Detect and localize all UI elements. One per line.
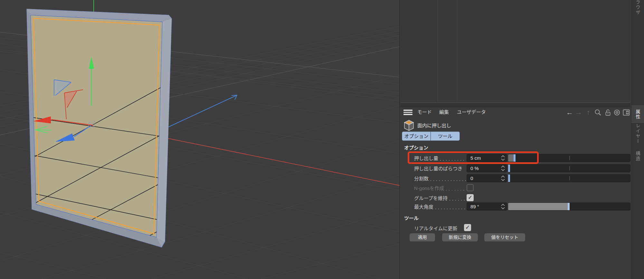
world-axis-x xyxy=(167,138,400,185)
row-extrude-variance: 押し出し量のばらつき 0 % xyxy=(400,164,630,172)
search-icon[interactable] xyxy=(594,108,602,117)
row-preserve-groups: グループを維持 ✓ xyxy=(400,194,630,202)
extrude-amount-input[interactable]: 5 cm xyxy=(467,154,507,162)
up-arrow-icon[interactable]: ↑ xyxy=(584,108,592,117)
stepper-down-icon xyxy=(501,207,505,209)
tab-options[interactable]: オプション xyxy=(402,131,431,141)
slider-center-tick xyxy=(569,166,570,170)
apply-button[interactable]: 適用 xyxy=(410,233,435,241)
panel-gap xyxy=(401,103,630,107)
slider-handle[interactable] xyxy=(508,175,510,182)
create-ngons-checkbox[interactable] xyxy=(467,184,474,191)
slider-handle[interactable] xyxy=(568,203,570,210)
section-title-options: オプション xyxy=(404,144,428,151)
value-stepper[interactable] xyxy=(501,155,505,161)
preserve-groups-checkbox[interactable]: ✓ xyxy=(467,194,474,201)
convert-new-button[interactable]: 新規に変換 xyxy=(442,233,478,241)
row-create-ngons: N-gonsを作成 xyxy=(400,184,630,192)
attribute-menubar: モード 編集 ユーザデータ ← → ↑ xyxy=(401,107,630,117)
row-label: 押し出し量のばらつき xyxy=(414,164,467,172)
stepper-up-icon xyxy=(501,176,505,177)
extrude-inner-tool-icon xyxy=(404,120,414,131)
stepper-down-icon xyxy=(501,179,505,181)
row-label: 分割数 xyxy=(414,174,467,182)
tool-title: 面内に押し出し xyxy=(417,122,451,129)
world-axis-z xyxy=(168,95,237,127)
row-label: 最大角度 xyxy=(414,203,467,211)
extrude-variance-input[interactable]: 0 % xyxy=(467,164,507,172)
slider-track[interactable] xyxy=(508,174,630,182)
slider-handle[interactable] xyxy=(514,154,516,162)
browser-panel[interactable] xyxy=(401,0,630,102)
value-stepper[interactable] xyxy=(501,166,505,171)
slider-center-tick xyxy=(569,156,570,160)
browser-column-divider xyxy=(457,0,457,102)
stepper-up-icon xyxy=(501,156,505,157)
menubar-divider-highlight xyxy=(401,117,630,118)
tab-browser-vertical[interactable]: ラウザ xyxy=(631,0,644,17)
add-panel-icon[interactable] xyxy=(622,108,630,117)
row-maximum-angle: 最大角度 89 ° xyxy=(400,203,630,211)
menu-mode[interactable]: モード xyxy=(417,108,432,115)
realtime-update-checkbox[interactable]: ✓ xyxy=(464,224,471,231)
row-extrude-amount: 押し出し量 5 cm xyxy=(400,154,630,162)
slider-track[interactable] xyxy=(508,164,630,172)
slider-track[interactable] xyxy=(508,203,630,211)
row-label: N-gonsを作成 xyxy=(414,184,467,192)
back-arrow-icon[interactable]: ← xyxy=(565,108,574,117)
tab-attributes-vertical[interactable]: 属性 xyxy=(631,105,644,123)
slider-fill xyxy=(508,154,514,162)
tab-structure-vertical[interactable]: 構造 xyxy=(631,147,644,165)
subdivisions-input[interactable]: 0 xyxy=(467,174,507,182)
panel-menu-icon[interactable] xyxy=(403,110,412,115)
section-title-tool: ツール xyxy=(404,214,419,221)
browser-column-divider xyxy=(438,0,438,102)
stepper-up-icon xyxy=(501,166,505,167)
slider-fill xyxy=(508,203,568,210)
row-label: 押し出し量 xyxy=(414,154,467,162)
plane-front-face xyxy=(31,15,162,237)
stepper-down-icon xyxy=(501,159,505,160)
panel-tab-group: オプション ツール xyxy=(402,131,460,141)
menu-userdata[interactable]: ユーザデータ xyxy=(457,108,486,115)
realtime-update-label: リアルタイムに更新 xyxy=(414,225,458,231)
row-subdivisions: 分割数 0 xyxy=(400,174,630,182)
value-stepper[interactable] xyxy=(501,176,505,181)
slider-handle[interactable] xyxy=(508,165,510,172)
maximum-angle-input[interactable]: 89 ° xyxy=(467,203,507,211)
value-stepper[interactable] xyxy=(501,204,505,209)
forward-arrow-icon[interactable]: → xyxy=(574,108,583,117)
slider-track[interactable] xyxy=(508,154,630,162)
tab-layers-vertical[interactable]: レイヤー xyxy=(631,123,644,145)
side-tab-strip: ラウザ 属性 レイヤー 構造 xyxy=(631,0,644,279)
right-panel-column: モード 編集 ユーザデータ ← → ↑ xyxy=(400,0,644,279)
stepper-up-icon xyxy=(501,204,505,206)
record-target-icon[interactable] xyxy=(613,108,621,117)
lock-icon[interactable] xyxy=(604,108,612,117)
tab-tool[interactable]: ツール xyxy=(431,131,460,141)
stepper-down-icon xyxy=(501,169,505,171)
slider-center-tick xyxy=(569,176,570,180)
application-window: モード 編集 ユーザデータ ← → ↑ xyxy=(0,0,644,279)
viewport-canvas[interactable] xyxy=(0,0,400,279)
menu-edit[interactable]: 編集 xyxy=(439,108,449,115)
row-label: グループを維持 xyxy=(414,194,467,202)
plane-object[interactable] xyxy=(27,9,174,279)
reset-values-button[interactable]: 値をリセット xyxy=(484,233,525,241)
